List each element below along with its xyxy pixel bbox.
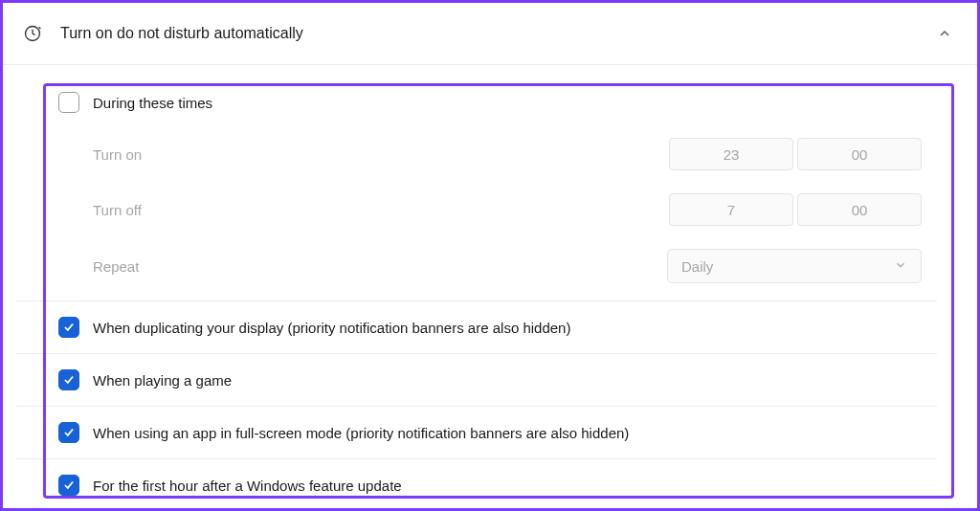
turn-off-min-input[interactable]: 00 — [797, 193, 922, 226]
during-times-row: During these times — [58, 78, 922, 126]
fullscreen-app-checkbox[interactable] — [58, 422, 79, 443]
turn-on-min-input[interactable]: 00 — [797, 138, 922, 170]
feature-update-checkbox[interactable] — [58, 475, 79, 496]
chevron-up-icon[interactable] — [931, 20, 958, 47]
during-times-label: During these times — [93, 95, 212, 111]
turn-off-label: Turn off — [93, 202, 665, 218]
list-item: When using an app in full-screen mode (p… — [3, 407, 977, 458]
list-item: For the first hour after a Windows featu… — [3, 459, 977, 511]
turn-off-hour-input[interactable]: 7 — [669, 193, 793, 226]
chevron-down-icon — [894, 258, 907, 275]
section-header[interactable]: Turn on do not disturb automatically — [3, 3, 977, 65]
item-label: For the first hour after a Windows featu… — [93, 478, 402, 494]
turn-on-hour-input[interactable]: 23 — [669, 138, 793, 170]
item-label: When using an app in full-screen mode (p… — [93, 425, 629, 441]
item-label: When playing a game — [93, 372, 232, 389]
repeat-row: Repeat Daily — [93, 237, 922, 300]
repeat-select[interactable]: Daily — [667, 249, 922, 283]
repeat-value: Daily — [681, 258, 713, 275]
item-label: When duplicating your display (priority … — [93, 320, 570, 336]
section-title: Turn on do not disturb automatically — [60, 25, 303, 42]
turn-off-row: Turn off 7 00 — [93, 182, 922, 237]
turn-on-row: Turn on 23 00 — [93, 126, 922, 182]
playing-game-checkbox[interactable] — [58, 369, 79, 390]
list-item: When duplicating your display (priority … — [3, 301, 977, 353]
repeat-label: Repeat — [93, 258, 667, 275]
during-times-checkbox[interactable] — [58, 92, 79, 113]
turn-on-label: Turn on — [93, 146, 665, 163]
clock-icon — [22, 23, 43, 44]
list-item: When playing a game — [3, 354, 977, 406]
duplicate-display-checkbox[interactable] — [58, 317, 79, 338]
